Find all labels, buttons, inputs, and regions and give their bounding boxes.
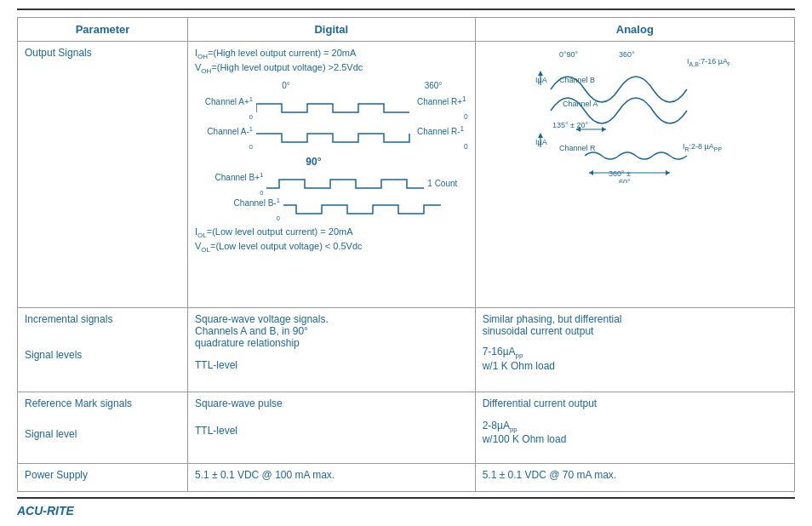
svg-text:0°90°: 0°90°: [559, 50, 579, 59]
svg-marker-23: [666, 170, 670, 175]
analog-incremental-text: Similar phasing, but differentialsinusoi…: [483, 313, 787, 337]
top-border: [17, 9, 795, 10]
reference-label: Reference Mark signals: [25, 397, 180, 409]
header-analog: Analog: [475, 18, 794, 42]
channel-r-plus-label: Channel R+10: [417, 94, 468, 123]
channel-a-plus-label: Channel A+10: [195, 96, 256, 120]
analog-waveform-svg: 0°90° 360° IA,B:7-16 µAPP IµA Channel B …: [483, 47, 729, 183]
waveform-diagram: 0° 360° Channel A+10 Ch: [195, 80, 468, 222]
svg-marker-21: [589, 170, 593, 175]
channel-b-minus-row: Channel B-10: [222, 197, 441, 221]
digital-reference-text: Square-wave pulse: [195, 397, 468, 409]
signal-levels-label: Signal levels: [25, 349, 180, 361]
analog-signal-level-text: 7-16µAppw/1 K Ohm load: [483, 346, 787, 371]
svg-text:135° ± 20°: 135° ± 20°: [552, 121, 589, 129]
channel-b-minus-wave: [283, 200, 441, 219]
specs-table: Parameter Digital Analog Output Signals …: [17, 17, 795, 492]
svg-text:Channel A: Channel A: [563, 100, 598, 108]
page-container: Parameter Digital Analog Output Signals …: [0, 0, 812, 526]
vol-text: VOL=(Low level output voltage) < 0.5Vdc: [195, 240, 468, 254]
channel-a-minus-wave: [256, 129, 414, 147]
svg-marker-6: [538, 71, 543, 76]
channel-r-minus-label: Channel R-10: [417, 124, 468, 152]
svg-text:60°: 60°: [619, 178, 631, 183]
ioh-text: IOH=(High level output current) = 20mA: [195, 47, 468, 61]
channel-b-plus-row: Channel B+10 1 Count: [205, 172, 457, 196]
deg-0: 0°: [282, 80, 290, 92]
svg-text:360°: 360°: [619, 50, 635, 59]
param-output-signals: Output Signals: [18, 42, 188, 308]
svg-text:Channel R: Channel R: [559, 144, 596, 152]
param-reference: Reference Mark signals Signal level: [18, 392, 188, 463]
svg-marker-15: [538, 133, 543, 138]
header-digital: Digital: [188, 18, 476, 42]
channel-a-minus-label: Channel A-10: [195, 126, 256, 150]
one-count-label: 1 Count: [427, 178, 457, 190]
digital-reference: Square-wave pulse TTL-level: [188, 392, 476, 463]
ninety-deg-label: 90°: [306, 155, 321, 169]
svg-text:360° ±: 360° ±: [609, 169, 631, 178]
table-row-incremental: Incremental signals Signal levels Square…: [18, 308, 795, 392]
digital-incremental-text: Square-wave voltage signals.Channels A a…: [195, 313, 468, 349]
table-row-power: Power Supply 5.1 ± 0.1 VDC @ 100 mA max.…: [18, 464, 795, 492]
iol-text: IOL=(Low level output current) = 20mA: [195, 226, 468, 240]
svg-text:IµA: IµA: [535, 138, 547, 146]
digital-output-signals: IOH=(High level output current) = 20mA V…: [188, 42, 476, 308]
brand-name: ACU-RITE: [17, 504, 795, 517]
digital-incremental: Square-wave voltage signals.Channels A a…: [188, 308, 476, 392]
analog-reference-text: Differential current output: [483, 397, 787, 409]
digital-signal-level-text: TTL-level: [195, 359, 468, 371]
channel-a-plus-row: Channel A+10 Channel R+10: [195, 94, 468, 123]
analog-power: 5.1 ± 0.1 VDC @ 70 mA max.: [475, 464, 794, 492]
channel-b-minus-label: Channel B-10: [222, 197, 283, 221]
channel-b-plus-label: Channel B+10: [205, 172, 266, 196]
bottom-border: [17, 497, 795, 499]
analog-incremental: Similar phasing, but differentialsinusoi…: [475, 308, 794, 392]
param-power: Power Supply: [18, 464, 188, 492]
ninety-deg-row: 90°: [220, 155, 442, 169]
channel-b-plus-wave: [266, 174, 424, 193]
table-row: Output Signals IOH=(High level output cu…: [18, 42, 795, 308]
table-row-reference: Reference Mark signals Signal level Squa…: [18, 392, 795, 463]
header-param: Parameter: [18, 18, 188, 42]
svg-marker-10: [602, 127, 606, 132]
analog-output-signals: 0°90° 360° IA,B:7-16 µAPP IµA Channel B …: [475, 42, 794, 308]
deg-360: 360°: [425, 80, 443, 92]
digital-power: 5.1 ± 0.1 VDC @ 100 mA max.: [188, 464, 476, 492]
channel-a-minus-row: Channel A-10 Channel R-10: [195, 124, 468, 152]
param-incremental: Incremental signals Signal levels: [18, 308, 188, 392]
analog-signal-level2-text: 2-8µAppw/100 K Ohm load: [483, 420, 787, 445]
voh-text: VOH=(High level output voltage) >2.5Vdc: [195, 61, 468, 76]
svg-text:IµA: IµA: [535, 76, 547, 84]
signal-level-label: Signal level: [25, 428, 180, 440]
svg-text:IA,B:7-16 µAPP: IA,B:7-16 µAPP: [687, 57, 729, 67]
channel-a-plus-wave: [256, 99, 414, 117]
digital-signal-level2-text: TTL-level: [195, 425, 468, 437]
analog-reference: Differential current output 2-8µAppw/100…: [475, 392, 794, 463]
incremental-label: Incremental signals: [25, 313, 180, 325]
svg-text:IR:2-8 µAPP: IR:2-8 µAPP: [683, 142, 722, 152]
